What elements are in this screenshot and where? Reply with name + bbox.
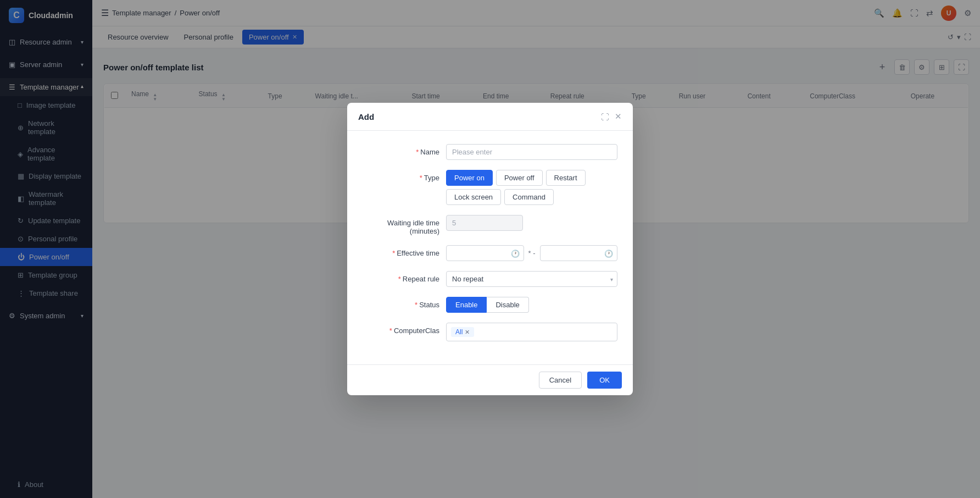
tag-remove-icon[interactable]: ✕ [465, 329, 470, 336]
form-row-waiting: Waiting idle time (minutes) [363, 215, 617, 235]
waiting-idle-input[interactable] [446, 215, 523, 231]
form-row-status: *Status Enable Disable [363, 297, 617, 313]
end-time-wrap: 16:29:45 🕐 [540, 245, 618, 261]
modal-header: Add ⛶ ✕ [347, 103, 633, 131]
field-label-computer-class: *ComputerClas [363, 323, 439, 335]
form-row-repeat-rule: *Repeat rule No repeat Daily Weekly Mont… [363, 271, 617, 287]
required-mark: * [389, 327, 392, 335]
form-row-type: *Type Power on Power off Restart Lock sc… [363, 170, 617, 205]
status-disable-btn[interactable]: Disable [487, 297, 528, 313]
form-row-computer-class: *ComputerClas All ✕ [363, 323, 617, 341]
field-label-status: *Status [363, 297, 439, 309]
computer-class-tag-input[interactable]: All ✕ [446, 323, 617, 341]
form-row-name: *Name [363, 144, 617, 160]
repeat-rule-select-wrap: No repeat Daily Weekly Monthly ▾ [446, 271, 617, 287]
required-mark: * [420, 174, 422, 182]
field-label-waiting: Waiting idle time (minutes) [363, 215, 439, 235]
repeat-rule-select[interactable]: No repeat Daily Weekly Monthly [446, 271, 617, 287]
required-mark: * [398, 275, 401, 283]
modal-footer: Cancel OK [347, 364, 633, 395]
required-mark: * [416, 148, 419, 156]
field-label-name: *Name [363, 144, 439, 156]
type-button-group: Power on Power off Restart Lock screen C… [446, 170, 617, 205]
modal-title: Add [358, 112, 374, 121]
name-input[interactable] [446, 144, 617, 160]
field-label-type: *Type [363, 170, 439, 182]
range-separator: * - [528, 249, 536, 257]
start-time-input[interactable]: 15:29:45 [446, 245, 524, 261]
required-mark: * [415, 301, 417, 309]
time-range: 15:29:45 🕐 * - 16:29:45 🕐 [446, 245, 617, 261]
modal-close-icon[interactable]: ✕ [615, 112, 622, 121]
tag-all: All ✕ [451, 327, 474, 337]
status-button-group: Enable Disable [446, 297, 529, 313]
ok-button[interactable]: OK [587, 372, 622, 389]
start-time-wrap: 15:29:45 🕐 [446, 245, 524, 261]
modal-overlay[interactable]: Add ⛶ ✕ *Name *Type Power on [0, 0, 980, 498]
end-time-input[interactable]: 16:29:45 [540, 245, 618, 261]
modal-body: *Name *Type Power on Power off Restart L… [347, 131, 633, 364]
required-mark: * [392, 249, 395, 257]
type-power-off-btn[interactable]: Power off [496, 170, 543, 186]
status-enable-btn[interactable]: Enable [446, 297, 487, 313]
modal-dialog: Add ⛶ ✕ *Name *Type Power on [347, 103, 633, 395]
modal-expand-icon[interactable]: ⛶ [601, 112, 609, 121]
type-lock-screen-btn[interactable]: Lock screen [446, 189, 501, 205]
form-row-effective-time: *Effective time 15:29:45 🕐 * - 16:29:45 … [363, 245, 617, 261]
type-power-on-btn[interactable]: Power on [446, 170, 493, 186]
modal-header-actions: ⛶ ✕ [601, 112, 622, 121]
field-label-effective-time: *Effective time [363, 245, 439, 257]
type-command-btn[interactable]: Command [504, 189, 554, 205]
field-label-repeat-rule: *Repeat rule [363, 271, 439, 283]
type-restart-btn[interactable]: Restart [546, 170, 586, 186]
cancel-button[interactable]: Cancel [539, 372, 582, 389]
